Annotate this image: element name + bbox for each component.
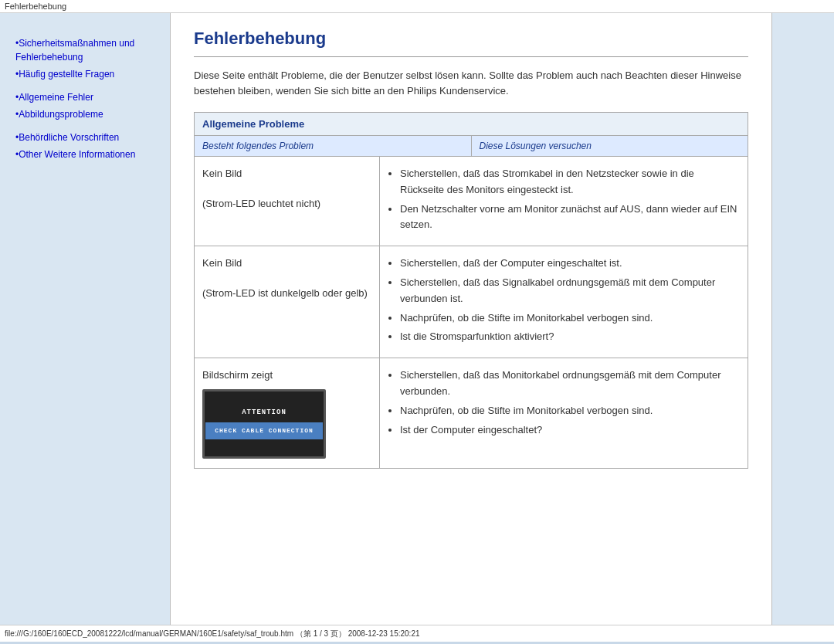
solution-item: Ist die Stromsparfunktion aktiviert? xyxy=(400,329,740,345)
problems-table: Allgemeine Probleme Besteht folgendes Pr… xyxy=(194,112,748,469)
solution-item: Nachprüfen, ob die Stifte im Monitorkabe… xyxy=(400,310,740,327)
monitor-attention-text: ATTENTION xyxy=(242,408,286,419)
problem-cell-2: Kein Bild (Strom-LED ist dunkelgelb oder… xyxy=(195,246,380,358)
col-solution-header: Diese Lösungen versuchen xyxy=(472,136,748,156)
problem-subtext-2: (Strom-LED ist dunkelgelb oder gelb) xyxy=(202,287,368,299)
problem-text-1: Kein Bild xyxy=(202,168,242,179)
problem-text-2: Kein Bild xyxy=(202,257,242,269)
table-row: Bildschirm zeigt ATTENTION CHECK CABLE C… xyxy=(195,358,748,468)
problem-cell-1: Kein Bild (Strom-LED leuchtet nicht) xyxy=(195,157,380,246)
status-bar-text: file:///G:/160E/160ECD_20081222/lcd/manu… xyxy=(5,629,420,639)
col-problem-header: Besteht folgendes Problem xyxy=(195,136,472,156)
intro-text: Diese Seite enthält Probleme, die der Be… xyxy=(194,68,748,98)
monitor-check-text: CHECK CABLE CONNECTION xyxy=(205,422,323,439)
monitor-display: ATTENTION CHECK CABLE CONNECTION xyxy=(202,389,326,459)
nav-group-1: •Sicherheitsmaßnahmen und Fehlerbehebung… xyxy=(15,36,162,81)
sidebar-link-abbildung[interactable]: •Abbildungsprobleme xyxy=(15,107,162,121)
solution-item: Den Netzschalter vorne am Monitor zunäch… xyxy=(400,202,740,234)
problem-text-3: Bildschirm zeigt xyxy=(202,369,273,381)
solution-cell-1: Sicherstellen, daß das Stromkabel in den… xyxy=(380,157,748,246)
title-bar: Fehlerbehebung xyxy=(0,0,834,13)
solution-item: Sicherstellen, daß der Computer eingesch… xyxy=(400,256,740,272)
problem-subtext-1: (Strom-LED leuchtet nicht) xyxy=(202,198,320,209)
nav-group-3: •Behördliche Vorschriften •Other Weitere… xyxy=(15,130,162,161)
solution-cell-3: Sicherstellen, daß das Monitorkabel ordn… xyxy=(380,358,748,468)
content-area: Fehlerbehebung Diese Seite enthält Probl… xyxy=(170,13,772,625)
table-row: Kein Bild (Strom-LED leuchtet nicht) Sic… xyxy=(195,157,748,246)
solution-item: Ist der Computer eingeschaltet? xyxy=(400,422,740,439)
solution-cell-2: Sicherstellen, daß der Computer eingesch… xyxy=(380,246,748,358)
sidebar-link-allgemeine[interactable]: •Allgemeine Fehler xyxy=(15,90,162,104)
solution-item: Sicherstellen, daß das Signalkabel ordnu… xyxy=(400,275,740,307)
right-panel xyxy=(772,13,834,625)
solution-item: Sicherstellen, daß das Monitorkabel ordn… xyxy=(400,368,740,400)
sidebar-link-safety[interactable]: •Sicherheitsmaßnahmen und Fehlerbehebung xyxy=(15,36,162,64)
left-sidebar: •Sicherheitsmaßnahmen und Fehlerbehebung… xyxy=(0,13,170,625)
page-title: Fehlerbehebung xyxy=(194,29,748,49)
divider xyxy=(194,56,748,57)
status-bar: file:///G:/160E/160ECD_20081222/lcd/manu… xyxy=(0,625,834,642)
nav-group-2: •Allgemeine Fehler •Abbildungsprobleme xyxy=(15,90,162,121)
sidebar-link-faq[interactable]: •Häufig gestellte Fragen xyxy=(15,67,162,81)
solution-item: Nachprüfen, ob die Stifte im Monitorkabe… xyxy=(400,403,740,419)
solution-item: Sicherstellen, daß das Stromkabel in den… xyxy=(400,166,740,198)
table-header: Allgemeine Probleme xyxy=(195,113,748,136)
column-headers: Besteht folgendes Problem Diese Lösungen… xyxy=(195,136,748,157)
title-bar-text: Fehlerbehebung xyxy=(5,2,66,11)
sidebar-link-weitere[interactable]: •Other Weitere Informationen xyxy=(15,147,162,161)
problem-cell-3: Bildschirm zeigt ATTENTION CHECK CABLE C… xyxy=(195,358,380,468)
sidebar-link-behoerdlich[interactable]: •Behördliche Vorschriften xyxy=(15,130,162,144)
table-row: Kein Bild (Strom-LED ist dunkelgelb oder… xyxy=(195,246,748,358)
